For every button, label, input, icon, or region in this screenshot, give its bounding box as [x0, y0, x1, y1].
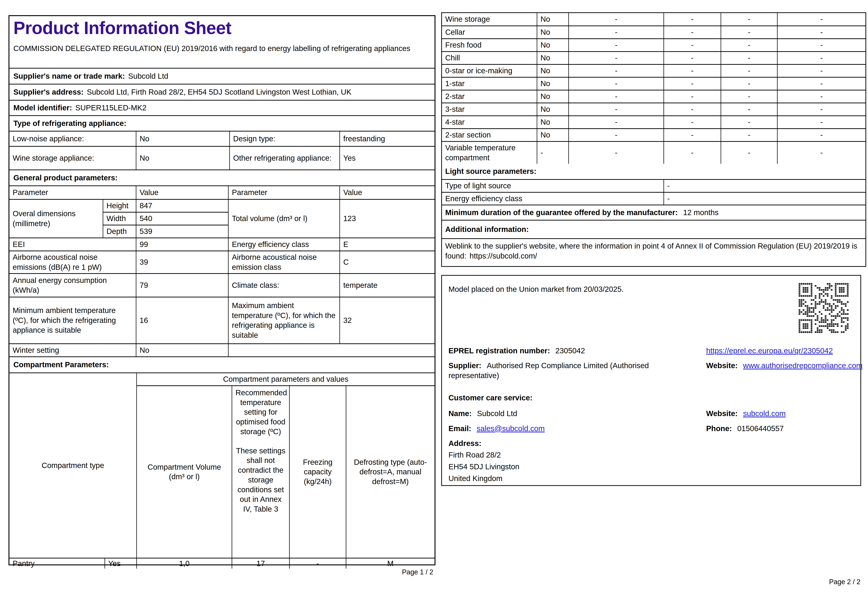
- compartment-name: Pantry: [9, 558, 105, 569]
- cell-value: Yes: [340, 146, 434, 169]
- dash-cell: -: [777, 129, 865, 141]
- winter-value: No: [136, 344, 228, 356]
- col-header: Parameter: [228, 186, 340, 199]
- table-row: Airborne acoustical noise emissions (dB(…: [9, 251, 434, 273]
- eei-value: 99: [136, 238, 228, 251]
- weblink-row: Weblink to the supplier's website, where…: [442, 239, 865, 266]
- general-section-header: General product parameters:: [9, 169, 434, 186]
- dash-cell: -: [569, 129, 664, 141]
- dash-cell: -: [569, 39, 664, 52]
- page1-panel: Product Information Sheet COMMISSION DEL…: [9, 15, 435, 565]
- dash-cell: -: [664, 26, 721, 39]
- dash-cell: -: [721, 141, 778, 164]
- email-link[interactable]: sales@subcold.com: [477, 424, 545, 433]
- merged-header: Compartment parameters and values: [137, 373, 434, 386]
- row-label: 1-star: [442, 77, 537, 90]
- table-row: Variable temperature compartment - - - -…: [442, 141, 865, 164]
- cell-label: Design type:: [230, 131, 340, 146]
- row-value: No: [537, 26, 569, 39]
- page-title: Product Information Sheet: [13, 19, 431, 37]
- market-placement-text: Model placed on the Union market from 20…: [449, 284, 624, 294]
- row-value: No: [537, 77, 569, 90]
- dash-cell: -: [569, 13, 664, 26]
- compartment-defrost: M: [346, 558, 434, 569]
- dim-depth-label: Depth: [103, 225, 136, 238]
- additional-info-header-row: Additional information:: [442, 220, 865, 239]
- weblink-url: https://subcold.com/: [470, 252, 537, 260]
- eprel-link[interactable]: https://eprel.ec.europa.eu/qr/2305042: [706, 346, 833, 355]
- col-header-compartment-type: Compartment type: [9, 373, 137, 558]
- row-value: No: [537, 52, 569, 64]
- cell-value: No: [136, 146, 230, 169]
- care-name-label: Name:: [449, 409, 472, 418]
- row-label: 3-star: [442, 103, 537, 116]
- type-section-header: Type of refrigerating appliance:: [9, 115, 434, 131]
- care-name-value: Subcold Ltd: [477, 409, 517, 418]
- row-value: No: [537, 103, 569, 116]
- dash-cell: -: [569, 90, 664, 103]
- customer-care-header: Customer care service:: [449, 393, 533, 403]
- row-label: Cellar: [442, 26, 537, 39]
- table-row: Wine storage No - - - -: [442, 13, 865, 26]
- table-row: Energy efficiency class -: [442, 192, 865, 205]
- winter-label: Winter setting: [9, 344, 136, 356]
- compartment-volume: 1,0: [137, 558, 232, 569]
- max-temp-value: 32: [340, 297, 434, 344]
- dim-width-value: 540: [136, 212, 228, 225]
- table-row: Winter setting No: [9, 344, 434, 356]
- dash-cell: -: [664, 13, 721, 26]
- dash-cell: -: [777, 13, 865, 26]
- supplier-name-label: Supplier's name or trade mark:: [13, 71, 125, 81]
- table-row: Overal dimensions (millimetre) Height 84…: [9, 199, 434, 212]
- care-email-row: Email: sales@subcold.com Phone: 01506440…: [449, 424, 855, 434]
- row-label: 4-star: [442, 116, 537, 129]
- appliance-type-table: Low-noise appliance: No Design type: fre…: [9, 131, 434, 169]
- title-section: Product Information Sheet COMMISSION DEL…: [9, 16, 434, 68]
- table-row: Wine storage appliance: No Other refrige…: [9, 146, 434, 169]
- dash-cell: -: [569, 26, 664, 39]
- row-value: No: [537, 129, 569, 141]
- eprel-value: 2305042: [555, 346, 585, 355]
- supplier-address-value: Subcold Ltd, Firth Road 28/2, EH54 5DJ S…: [87, 87, 351, 97]
- dim-depth-value: 539: [136, 225, 228, 238]
- qr-code: [798, 283, 849, 333]
- address-line: Firth Road 28/2: [449, 449, 519, 461]
- table-row: 1-star No - - - -: [442, 77, 865, 90]
- care-website-link[interactable]: subcold.com: [743, 409, 786, 418]
- dash-cell: -: [664, 116, 721, 129]
- dash-cell: -: [569, 141, 664, 164]
- table-row: 4-star No - - - -: [442, 116, 865, 129]
- dash-cell: -: [777, 103, 865, 116]
- general-parameters-table: Parameter Value Parameter Value Overal d…: [9, 186, 434, 356]
- col-header-volume: Compartment Volume (dm³ or l): [137, 386, 232, 558]
- table-header-row: Parameter Value Parameter Value: [9, 186, 434, 199]
- eprel-row: EPREL registration number: 2305042 https…: [449, 346, 855, 356]
- supplier-website-link[interactable]: www.authorisedrepcompliance.com: [743, 361, 862, 370]
- row-label: 2-star: [442, 90, 537, 103]
- energy-label: Annual energy consumption (kWh/a): [9, 273, 136, 297]
- row-value: No: [537, 13, 569, 26]
- compartment-freezing: -: [289, 558, 346, 569]
- dash-cell: -: [664, 103, 721, 116]
- compartment-table: Compartment type Compartment parameters …: [9, 373, 434, 569]
- cell-label: Other refrigerating appliance:: [230, 146, 340, 169]
- min-temp-value: 16: [136, 297, 228, 344]
- product-information-sheet: { "colors": { "title": "#3a1191", "link"…: [0, 0, 868, 597]
- climate-label: Climate class:: [228, 273, 340, 297]
- row-value: No: [537, 90, 569, 103]
- col-header: Value: [340, 186, 434, 199]
- model-identifier-row: Model identifier: SUPER115LED-MK2: [9, 100, 434, 115]
- dim-width-label: Width: [103, 212, 136, 225]
- address-lines: Firth Road 28/2EH54 5DJ LivingstonUnited…: [449, 449, 519, 484]
- phone-value: 01506440557: [737, 424, 784, 433]
- eprel-label: EPREL registration number:: [449, 346, 550, 355]
- model-identifier-label: Model identifier:: [13, 103, 72, 113]
- min-temp-label: Minimum ambient temperature (ºC), for wh…: [9, 297, 136, 344]
- energy-value: 79: [136, 273, 228, 297]
- additional-info-header: Additional information:: [445, 225, 529, 233]
- supplier-address-label: Supplier's address:: [13, 87, 83, 97]
- dash-cell: -: [777, 90, 865, 103]
- dash-cell: -: [664, 39, 721, 52]
- eec-value: E: [340, 238, 434, 251]
- row-label: 2-star section: [442, 129, 537, 141]
